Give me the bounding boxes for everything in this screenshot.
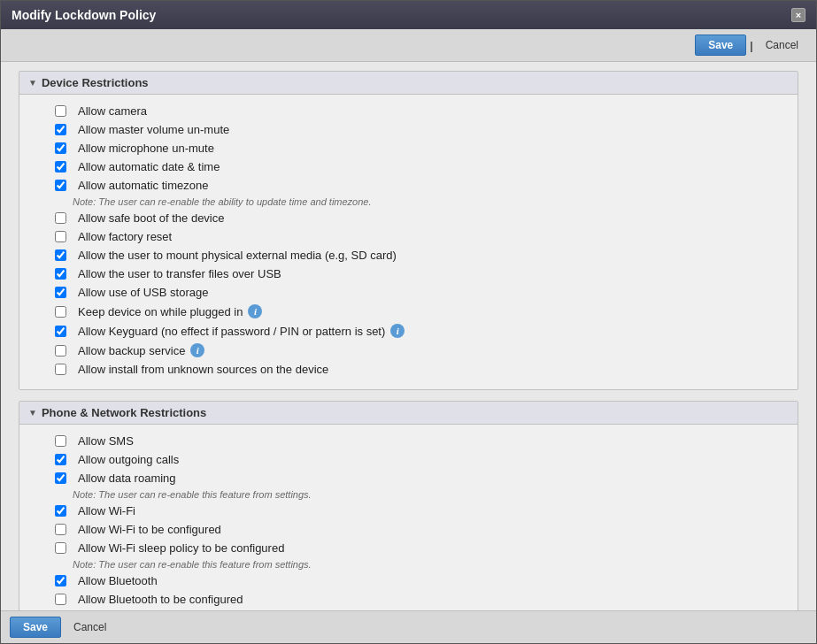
checkbox-row-allow-master-volume: Allow master volume un-mute: [73, 120, 780, 139]
note-allow-auto-timezone: Note: The user can re-enable the ability…: [73, 195, 780, 209]
section-device-restrictions: ▼Device RestrictionsAllow cameraAllow ma…: [19, 71, 798, 390]
dialog-titlebar: Modify Lockdown Policy ×: [1, 1, 816, 29]
section-phone-network-restrictions: ▼Phone & Network RestrictionsAllow SMSAl…: [19, 401, 798, 610]
checkbox-row-allow-wifi-sleep: Allow Wi-Fi sleep policy to be configure…: [73, 539, 780, 557]
checkbox-row-allow-auto-date: Allow automatic date & time: [73, 157, 780, 176]
checkbox-allow-transfer-usb[interactable]: [55, 268, 66, 280]
label-allow-bluetooth-configure: Allow Bluetooth to be configured: [78, 593, 243, 606]
dialog-toolbar: Save | Cancel: [1, 29, 816, 62]
checkbox-allow-bluetooth-configure[interactable]: [55, 594, 66, 605]
label-allow-keyguard: Allow Keyguard (no effect if password / …: [78, 325, 385, 338]
checkbox-allow-camera[interactable]: [55, 105, 66, 117]
note-allow-wifi-sleep: Note: The user can re-enable this featur…: [73, 557, 780, 571]
label-allow-usb-storage: Allow use of USB storage: [78, 286, 208, 299]
label-allow-sms: Allow SMS: [78, 434, 134, 448]
checkbox-row-allow-backup: Allow backup servicei: [73, 341, 780, 360]
label-allow-data-roaming: Allow data roaming: [78, 472, 176, 485]
checkbox-allow-wifi[interactable]: [55, 505, 66, 517]
checkbox-row-allow-mount-external: Allow the user to mount physical externa…: [73, 246, 780, 264]
label-allow-transfer-usb: Allow the user to transfer files over US…: [78, 267, 281, 280]
collapse-icon-device-restrictions: ▼: [28, 78, 37, 88]
label-allow-wifi-sleep: Allow Wi-Fi sleep policy to be configure…: [78, 541, 284, 555]
checkbox-allow-auto-date[interactable]: [55, 161, 66, 172]
footer-save-button[interactable]: Save: [10, 617, 61, 638]
checkbox-allow-outgoing-calls[interactable]: [55, 454, 66, 465]
checkbox-row-allow-transfer-usb: Allow the user to transfer files over US…: [73, 264, 780, 283]
checkbox-allow-wifi-sleep[interactable]: [55, 542, 66, 554]
checkbox-row-allow-auto-timezone: Allow automatic timezone: [73, 176, 780, 195]
checkbox-row-keep-device-plugged: Keep device on while plugged ini: [73, 302, 780, 321]
checkbox-allow-usb-storage[interactable]: [55, 287, 66, 298]
section-title-device-restrictions: Device Restrictions: [42, 76, 149, 89]
label-allow-wifi: Allow Wi-Fi: [78, 504, 135, 518]
checkbox-row-allow-factory-reset: Allow factory reset: [73, 227, 780, 246]
info-icon-allow-keyguard[interactable]: i: [390, 324, 405, 338]
section-title-phone-network-restrictions: Phone & Network Restrictions: [42, 406, 206, 419]
section-body-device-restrictions: Allow cameraAllow master volume un-muteA…: [19, 95, 798, 389]
checkbox-allow-data-roaming[interactable]: [55, 472, 66, 484]
checkbox-allow-backup[interactable]: [55, 345, 66, 356]
toolbar-cancel-button[interactable]: Cancel: [757, 35, 807, 55]
checkbox-row-allow-usb-storage: Allow use of USB storage: [73, 283, 780, 302]
toolbar-save-button[interactable]: Save: [695, 34, 746, 56]
checkbox-allow-safe-boot[interactable]: [55, 212, 66, 224]
label-allow-safe-boot: Allow safe boot of the device: [78, 211, 225, 225]
label-allow-factory-reset: Allow factory reset: [78, 230, 172, 243]
checkbox-row-allow-bluetooth-configure: Allow Bluetooth to be configured: [73, 590, 780, 609]
checkbox-allow-auto-timezone[interactable]: [55, 180, 66, 191]
checkbox-row-allow-data-roaming: Allow data roaming: [73, 469, 780, 487]
label-allow-auto-date: Allow automatic date & time: [78, 160, 220, 173]
info-icon-keep-device-plugged[interactable]: i: [248, 304, 262, 318]
checkbox-row-allow-wifi-configure: Allow Wi-Fi to be configured: [73, 520, 780, 539]
note-allow-data-roaming: Note: The user can re-enable this featur…: [73, 487, 780, 502]
checkbox-keep-device-plugged[interactable]: [55, 306, 66, 318]
checkbox-row-allow-sms: Allow SMS: [73, 432, 780, 450]
dialog-title: Modify Lockdown Policy: [12, 8, 156, 22]
checkbox-row-allow-safe-boot: Allow safe boot of the device: [73, 209, 780, 227]
label-allow-mount-external: Allow the user to mount physical externa…: [78, 249, 397, 262]
checkbox-allow-mount-external[interactable]: [55, 249, 66, 261]
checkbox-allow-bluetooth[interactable]: [55, 575, 66, 586]
checkbox-row-allow-outgoing-calls: Allow outgoing calls: [73, 450, 780, 469]
checkbox-allow-keyguard[interactable]: [55, 326, 66, 337]
section-body-phone-network-restrictions: Allow SMSAllow outgoing callsAllow data …: [19, 425, 798, 610]
label-allow-outgoing-calls: Allow outgoing calls: [78, 453, 179, 466]
checkbox-row-allow-bluetooth: Allow Bluetooth: [73, 571, 780, 590]
section-header-device-restrictions[interactable]: ▼Device Restrictions: [19, 72, 798, 95]
label-allow-camera: Allow camera: [78, 104, 147, 118]
checkbox-row-allow-wifi: Allow Wi-Fi: [73, 502, 780, 520]
label-allow-master-volume: Allow master volume un-mute: [78, 123, 229, 136]
checkbox-row-allow-unknown-sources: Allow install from unknown sources on th…: [73, 360, 780, 379]
checkbox-allow-microphone[interactable]: [55, 142, 66, 154]
label-allow-wifi-configure: Allow Wi-Fi to be configured: [78, 523, 221, 536]
dialog-body: ▼Device RestrictionsAllow cameraAllow ma…: [1, 62, 816, 610]
label-keep-device-plugged: Keep device on while plugged in: [78, 305, 243, 318]
label-allow-backup: Allow backup service: [78, 344, 185, 357]
label-allow-microphone: Allow microphone un-mute: [78, 142, 214, 155]
checkbox-row-allow-camera: Allow camera: [73, 102, 780, 120]
label-allow-unknown-sources: Allow install from unknown sources on th…: [78, 363, 328, 376]
checkbox-row-allow-microphone: Allow microphone un-mute: [73, 139, 780, 157]
checkbox-allow-sms[interactable]: [55, 435, 66, 447]
checkbox-allow-master-volume[interactable]: [55, 124, 66, 135]
dialog-footer: Save Cancel: [1, 610, 816, 643]
section-header-phone-network-restrictions[interactable]: ▼Phone & Network Restrictions: [19, 402, 798, 425]
modify-lockdown-dialog: Modify Lockdown Policy × Save | Cancel ▼…: [0, 0, 817, 644]
footer-cancel-button[interactable]: Cancel: [65, 617, 115, 637]
checkbox-allow-wifi-configure[interactable]: [55, 524, 66, 535]
label-allow-bluetooth: Allow Bluetooth: [78, 574, 158, 587]
checkbox-allow-unknown-sources[interactable]: [55, 364, 66, 375]
checkbox-row-allow-keyguard: Allow Keyguard (no effect if password / …: [73, 321, 780, 341]
collapse-icon-phone-network-restrictions: ▼: [28, 408, 37, 418]
close-button[interactable]: ×: [791, 8, 805, 22]
info-icon-allow-backup[interactable]: i: [190, 343, 204, 357]
label-allow-auto-timezone: Allow automatic timezone: [78, 179, 208, 192]
checkbox-allow-factory-reset[interactable]: [55, 231, 66, 242]
